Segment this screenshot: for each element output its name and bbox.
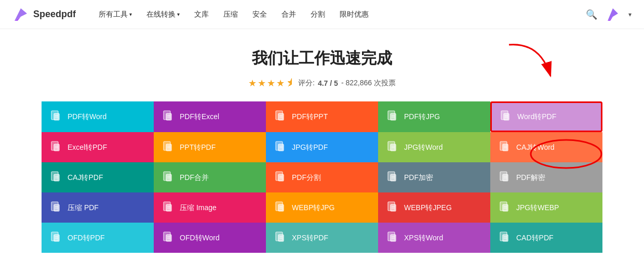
tool-icon-6	[162, 140, 175, 154]
tool-icon-7	[274, 140, 287, 154]
tool-label-21: OFD转Word	[180, 233, 220, 242]
nav-merge[interactable]: 合并	[275, 7, 302, 22]
tool-label-11: PDF合并	[180, 173, 209, 182]
rating-votes: - 822,866 次投票	[341, 79, 396, 88]
tool-icon-12	[274, 171, 287, 185]
tool-label-7: JPG转PDF	[292, 143, 328, 152]
tool-label-24: CAD转PDF	[516, 233, 554, 242]
tool-label-16: 压缩 Image	[180, 203, 217, 212]
tool-icon-11	[162, 171, 175, 185]
tool-cell-16[interactable]: 压缩 Image	[154, 192, 266, 223]
tool-cell-8[interactable]: JPG转Word	[378, 132, 490, 162]
tool-icon-13	[386, 171, 399, 185]
nav-compress[interactable]: 压缩	[217, 7, 244, 22]
tool-label-13: PDF加密	[404, 173, 433, 182]
tool-cell-19[interactable]: JPG转WEBP	[490, 192, 602, 223]
tool-icon-17	[274, 201, 287, 215]
hero-section: 我们让工作迅速完成 ★ ★ ★ ★ ⯨ 评分: 4.7 / 5 - 822,86…	[0, 29, 644, 101]
tool-icon-18	[386, 201, 399, 215]
tool-cell-12[interactable]: PDF分割	[266, 162, 378, 192]
tool-cell-24[interactable]: CAD转PDF	[490, 223, 602, 253]
navbar: Speedpdf 所有工具 ▾ 在线转换 ▾ 文库 压缩 安全 合并 分割 限时…	[0, 0, 644, 29]
tool-cell-23[interactable]: XPS转Word	[378, 223, 490, 253]
svg-marker-0	[15, 8, 27, 21]
tool-label-2: PDF转PPT	[292, 112, 328, 121]
tool-label-6: PPT转PDF	[180, 143, 216, 152]
tool-icon-4	[500, 110, 512, 124]
tool-label-22: XPS转PDF	[292, 233, 328, 242]
tool-icon-19	[499, 201, 511, 215]
nav-all-tools[interactable]: 所有工具 ▾	[92, 7, 138, 22]
tool-icon-14	[499, 171, 511, 185]
tool-cell-4[interactable]: Word转PDF	[490, 101, 602, 132]
tool-label-1: PDF转Excel	[180, 112, 219, 121]
tool-cell-0[interactable]: PDF转Word	[42, 101, 154, 132]
nav-links: 所有工具 ▾ 在线转换 ▾ 文库 压缩 安全 合并 分割 限时优惠	[92, 7, 586, 22]
tool-cell-3[interactable]: PDF转JPG	[378, 101, 490, 132]
tool-cell-13[interactable]: PDF加密	[378, 162, 490, 192]
tool-icon-16	[162, 201, 175, 215]
tool-label-10: CAJ转PDF	[68, 173, 103, 182]
tool-cell-2[interactable]: PDF转PPT	[266, 101, 378, 132]
tool-label-14: PDF解密	[516, 173, 545, 182]
tool-cell-15[interactable]: 压缩 PDF	[42, 192, 154, 223]
nav-library[interactable]: 文库	[188, 7, 215, 22]
tool-cell-5[interactable]: Excel转PDF	[42, 132, 154, 162]
hero-rating: ★ ★ ★ ★ ⯨ 评分: 4.7 / 5 - 822,866 次投票	[0, 78, 644, 89]
user-dropdown-icon[interactable]: ▾	[628, 11, 632, 18]
tool-cell-7[interactable]: JPG转PDF	[266, 132, 378, 162]
tool-label-18: WEBP转JPEG	[404, 203, 452, 212]
tool-label-3: PDF转JPG	[404, 112, 440, 121]
tool-label-4: Word转PDF	[517, 112, 556, 121]
tool-label-8: JPG转Word	[404, 143, 442, 152]
tool-cell-11[interactable]: PDF合并	[154, 162, 266, 192]
nav-right: 🔍 ▾	[586, 7, 632, 22]
tool-icon-0	[50, 110, 62, 124]
tool-cell-17[interactable]: WEBP转JPG	[266, 192, 378, 223]
tool-icon-20	[50, 231, 62, 245]
tool-label-9: CAJ转Word	[516, 143, 555, 152]
star-2: ★	[258, 78, 266, 89]
star-half: ⯨	[286, 78, 295, 89]
tool-icon-21	[162, 231, 175, 245]
tool-cell-10[interactable]: CAJ转PDF	[42, 162, 154, 192]
tool-label-5: Excel转PDF	[68, 143, 107, 152]
logo-icon	[12, 6, 29, 23]
tool-cell-18[interactable]: WEBP转JPEG	[378, 192, 490, 223]
rating-label: 评分:	[298, 79, 315, 88]
star-rating: ★ ★ ★ ★ ⯨	[248, 78, 295, 89]
tool-cell-21[interactable]: OFD转Word	[154, 223, 266, 253]
tool-cell-9[interactable]: CAJ转Word	[490, 132, 602, 162]
tool-icon-2	[274, 110, 287, 124]
nav-promo[interactable]: 限时优惠	[333, 7, 375, 22]
nav-convert[interactable]: 在线转换 ▾	[140, 7, 186, 22]
logo[interactable]: Speedpdf	[12, 6, 76, 23]
star-1: ★	[248, 78, 257, 89]
user-avatar-icon[interactable]	[606, 7, 620, 22]
nav-security[interactable]: 安全	[246, 7, 273, 22]
hero-title: 我们让工作迅速完成	[0, 48, 644, 69]
star-3: ★	[267, 78, 275, 89]
tool-icon-15	[50, 201, 62, 215]
tool-label-19: JPG转WEBP	[516, 203, 559, 212]
tool-cell-14[interactable]: PDF解密	[490, 162, 602, 192]
nav-split[interactable]: 分割	[304, 7, 331, 22]
tool-icon-8	[386, 140, 399, 154]
svg-marker-2	[608, 8, 618, 21]
rating-value: 4.7 / 5	[318, 79, 338, 87]
tool-label-0: PDF转Word	[68, 112, 106, 121]
tool-cell-6[interactable]: PPT转PDF	[154, 132, 266, 162]
tool-cell-20[interactable]: OFD转PDF	[42, 223, 154, 253]
tool-icon-5	[50, 140, 62, 154]
tool-label-15: 压缩 PDF	[68, 203, 99, 212]
tool-icon-9	[499, 140, 511, 154]
tool-icon-24	[499, 231, 511, 245]
tool-cell-1[interactable]: PDF转Excel	[154, 101, 266, 132]
tool-cell-22[interactable]: XPS转PDF	[266, 223, 378, 253]
tool-label-17: WEBP转JPG	[292, 203, 334, 212]
brand-name: Speedpdf	[33, 9, 76, 20]
star-4: ★	[276, 78, 285, 89]
search-icon[interactable]: 🔍	[586, 9, 597, 20]
tool-icon-23	[386, 231, 399, 245]
tool-label-23: XPS转Word	[404, 233, 443, 242]
